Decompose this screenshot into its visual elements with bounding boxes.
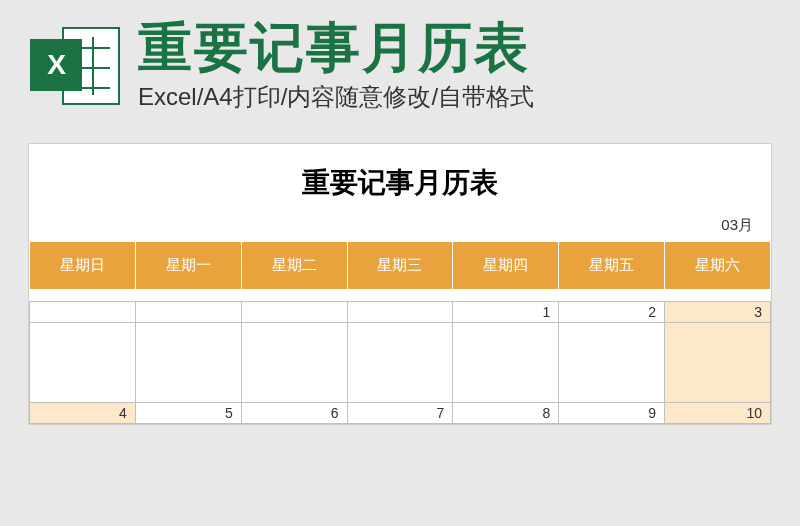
month-label: 03月 <box>721 216 753 235</box>
calendar-cell: 5 <box>135 403 241 424</box>
month-row: 03月 <box>29 216 771 241</box>
weekday-header: 星期五 <box>559 242 665 290</box>
calendar-row: 1 2 3 <box>30 302 771 323</box>
calendar-note-cell <box>665 323 771 403</box>
calendar-cell <box>347 302 453 323</box>
calendar-cell: 6 <box>241 403 347 424</box>
page-title: 重要记事月历表 <box>138 18 534 77</box>
calendar-note-cell <box>559 323 665 403</box>
sheet-title: 重要记事月历表 <box>29 144 771 216</box>
calendar-cell <box>241 302 347 323</box>
calendar-cell <box>135 302 241 323</box>
page-subtitle: Excel/A4打印/内容随意修改/自带格式 <box>138 81 534 113</box>
title-block: 重要记事月历表 Excel/A4打印/内容随意修改/自带格式 <box>138 18 534 113</box>
weekday-header-row: 星期日 星期一 星期二 星期三 星期四 星期五 星期六 <box>30 242 771 290</box>
header: X 重要记事月历表 Excel/A4打印/内容随意修改/自带格式 <box>0 0 800 125</box>
calendar-note-cell <box>347 323 453 403</box>
calendar-note-cell <box>30 323 136 403</box>
calendar-cell: 8 <box>453 403 559 424</box>
calendar-cell <box>30 302 136 323</box>
calendar-cell: 9 <box>559 403 665 424</box>
weekday-header: 星期三 <box>347 242 453 290</box>
calendar-cell: 3 <box>665 302 771 323</box>
calendar-cell: 7 <box>347 403 453 424</box>
calendar-note-cell <box>241 323 347 403</box>
weekday-header: 星期一 <box>135 242 241 290</box>
calendar-note-row <box>30 323 771 403</box>
spreadsheet-preview: 重要记事月历表 03月 星期日 星期一 星期二 星期三 星期四 星期五 星期六 … <box>28 143 772 425</box>
calendar-cell: 2 <box>559 302 665 323</box>
weekday-header: 星期日 <box>30 242 136 290</box>
calendar-table: 星期日 星期一 星期二 星期三 星期四 星期五 星期六 1 2 3 <box>29 241 771 424</box>
weekday-header: 星期六 <box>665 242 771 290</box>
calendar-row: 4 5 6 7 8 9 10 <box>30 403 771 424</box>
calendar-note-cell <box>453 323 559 403</box>
calendar-cell: 1 <box>453 302 559 323</box>
weekday-header: 星期二 <box>241 242 347 290</box>
calendar-note-cell <box>135 323 241 403</box>
calendar-cell: 10 <box>665 403 771 424</box>
excel-icon-letter: X <box>47 49 65 81</box>
excel-icon: X <box>30 21 120 111</box>
weekday-header: 星期四 <box>453 242 559 290</box>
calendar-cell: 4 <box>30 403 136 424</box>
